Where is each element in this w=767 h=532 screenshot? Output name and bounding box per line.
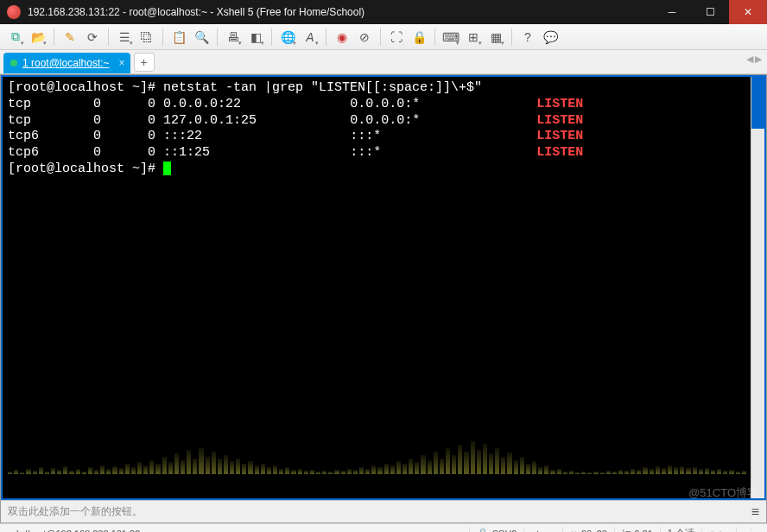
app-icon bbox=[7, 5, 21, 19]
status-caps-indicator: ⇪ A a bbox=[701, 529, 736, 533]
new-session-button[interactable]: ⧉▾ bbox=[5, 27, 26, 48]
add-button[interactable]: ⊞▾ bbox=[463, 27, 484, 48]
status-size: ⇿93x23 bbox=[562, 528, 614, 532]
status-cursor-pos: ⁝≡6,21 bbox=[614, 528, 660, 532]
tab-prev-button[interactable]: ◀ bbox=[746, 54, 753, 65]
lock-status-icon: 🔒 bbox=[477, 528, 489, 532]
command-text: netstat -tan |grep "LISTEN[[:space:]]\+$… bbox=[163, 80, 482, 95]
scrollbar-thumb[interactable] bbox=[751, 77, 764, 129]
feedback-button[interactable]: 💬 bbox=[540, 27, 561, 48]
encoding-button[interactable]: 🌐▾ bbox=[277, 27, 298, 48]
keyboard-button[interactable]: ⌨▾ bbox=[441, 27, 461, 48]
button-bar-hint: 双击此处添加一个新的按钮。 bbox=[8, 504, 143, 519]
help-button[interactable]: ? bbox=[517, 27, 538, 48]
copy-button[interactable]: 📋 bbox=[168, 27, 189, 48]
prompt: [root@localhost ~]# bbox=[8, 80, 163, 95]
new-tab-button[interactable]: + bbox=[134, 53, 155, 72]
button-bar-menu-icon[interactable]: ≡ bbox=[751, 504, 759, 520]
lock-icon: 🔒 bbox=[412, 30, 427, 44]
help-icon: ? bbox=[524, 30, 531, 44]
status-sessions: 1 会话 bbox=[660, 527, 701, 532]
close-button[interactable]: ✕ bbox=[729, 0, 767, 24]
audio-visualizer bbox=[4, 431, 749, 474]
window-controls: ─ ☐ ✕ bbox=[653, 0, 767, 24]
tab-close-icon[interactable]: × bbox=[119, 57, 125, 69]
tunneling-button[interactable]: ⊘ bbox=[354, 27, 375, 48]
font-style-button[interactable]: A▾ bbox=[300, 27, 320, 48]
font-button[interactable]: ◧▾ bbox=[245, 27, 266, 48]
terminal-output[interactable]: [root@localhost ~]# netstat -tan |grep "… bbox=[3, 77, 764, 181]
copy-selection-button[interactable]: ⿻ bbox=[136, 27, 157, 48]
session-tab-active[interactable]: 1 root@localhost:~ × bbox=[3, 53, 130, 73]
tab-next-button[interactable]: ▶ bbox=[755, 54, 762, 65]
status-connection: ssh://root@192.168.238.131:22 bbox=[7, 529, 469, 533]
terminal-area[interactable]: [root@localhost ~]# netstat -tan |grep "… bbox=[1, 75, 766, 500]
search-icon: 🔍 bbox=[194, 30, 209, 44]
main-toolbar: ⧉▾ 📂▾ ✎ ⟳ ☰▾ ⿻ 📋 🔍 🖶▾ ◧▾ 🌐▾ A▾ ◉ ⊘ ⛶ 🔒 ⌨… bbox=[0, 24, 767, 50]
print-button[interactable]: 🖶▾ bbox=[223, 27, 244, 48]
status-protocol: 🔒SSH2 bbox=[469, 528, 524, 532]
tab-navigation: ◀ ▶ bbox=[746, 54, 762, 65]
minimize-button[interactable]: ─ bbox=[653, 0, 691, 24]
status-term-type: xterm bbox=[523, 529, 562, 533]
highlight-button[interactable]: ✎ bbox=[60, 27, 80, 48]
window-titlebar: 192.168.238.131:22 - root@localhost:~ - … bbox=[0, 0, 767, 24]
session-tab-label: 1 root@localhost:~ bbox=[22, 57, 110, 69]
status-grip: ⋰ bbox=[736, 528, 760, 532]
row-proto: tcp bbox=[8, 97, 31, 111]
terminal-container: [root@localhost ~]# netstat -tan |grep "… bbox=[0, 74, 767, 523]
find-button[interactable]: 🔍 bbox=[191, 27, 212, 48]
view-button[interactable]: ▦▾ bbox=[485, 27, 506, 48]
reconnect-button[interactable]: ⟳ bbox=[82, 27, 103, 48]
session-tabbar: 1 root@localhost:~ × + ◀ ▶ bbox=[0, 50, 767, 74]
window-title: 192.168.238.131:22 - root@localhost:~ - … bbox=[28, 6, 653, 18]
state-listen: LISTEN bbox=[536, 97, 583, 111]
connection-status-dot bbox=[10, 60, 17, 66]
quick-button-bar[interactable]: 双击此处添加一个新的按钮。 ≡ bbox=[1, 500, 766, 522]
prompt-2: [root@localhost ~]# bbox=[8, 162, 163, 176]
lock-button[interactable]: 🔒 bbox=[409, 27, 429, 48]
terminal-cursor bbox=[163, 162, 171, 175]
terminal-scrollbar[interactable] bbox=[751, 77, 764, 498]
open-button[interactable]: 📂▾ bbox=[28, 27, 48, 48]
properties-button[interactable]: ☰▾ bbox=[114, 27, 135, 48]
fullscreen-button[interactable]: ⛶ bbox=[386, 27, 407, 48]
maximize-button[interactable]: ☐ bbox=[691, 0, 729, 24]
color-scheme-button[interactable]: ◉ bbox=[332, 27, 352, 48]
status-bar: ssh://root@192.168.238.131:22 🔒SSH2 xter… bbox=[0, 523, 767, 532]
